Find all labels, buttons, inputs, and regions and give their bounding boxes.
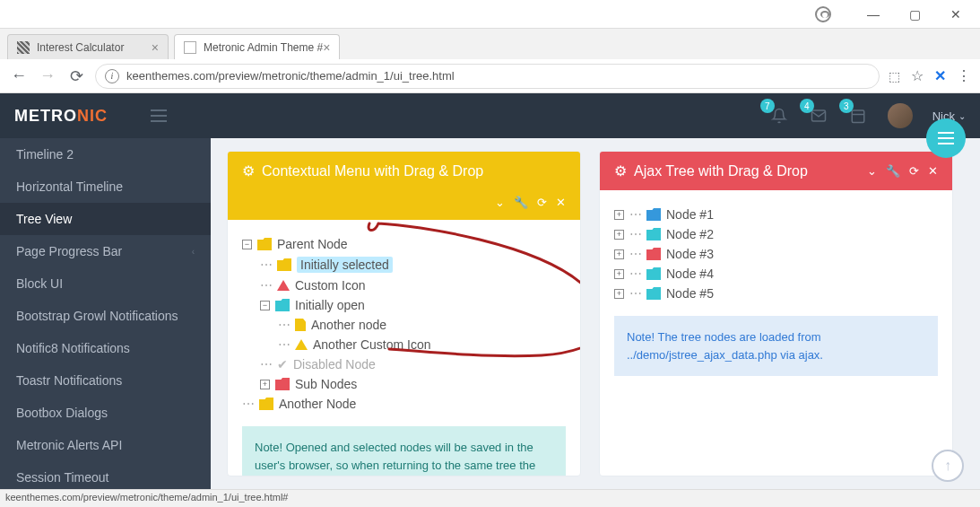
check-icon: ✔ — [277, 357, 288, 372]
folder-icon — [646, 248, 661, 260]
tree-node[interactable]: ⋯Initially selected — [260, 254, 566, 275]
sidebar-item-blockui[interactable]: Block UI — [0, 267, 211, 300]
logo[interactable]: METRONIC — [14, 107, 108, 126]
expand-toggle[interactable]: + — [614, 249, 624, 259]
scroll-top-button[interactable]: ↑ — [932, 450, 964, 482]
sidebar-item-timeline2[interactable]: Timeline 2 — [0, 138, 211, 170]
tree-node[interactable]: ⋯Another node — [278, 315, 566, 335]
sidebar-item-progress[interactable]: Page Progress Bar‹ — [0, 235, 211, 267]
expand-toggle[interactable]: + — [614, 269, 624, 279]
browser-statusbar: keenthemes.com/preview/metronic/theme/ad… — [0, 489, 980, 507]
collapse-toggle[interactable]: − — [242, 240, 252, 249]
portlet-title: Ajax Tree with Drag & Drop — [634, 163, 808, 179]
app-header: METRONIC 7 4 3 Nick ⌄ — [0, 93, 980, 138]
nav-reload[interactable]: ⟳ — [66, 66, 86, 86]
browser-addrbar: ← → ⟳ i keenthemes.com/preview/metronic/… — [0, 59, 980, 93]
tree-node[interactable]: +⋯Node #3 — [614, 244, 938, 264]
tree-node[interactable]: ⋯Another Custom Icon — [278, 335, 566, 354]
tab-title: Interest Calculator — [37, 41, 124, 54]
nav-forward: → — [38, 66, 57, 86]
translate-icon[interactable]: ⬚ — [889, 69, 900, 83]
svg-rect-1 — [852, 110, 864, 123]
site-info-icon[interactable]: i — [105, 69, 119, 83]
config-icon[interactable]: 🔧 — [514, 196, 528, 209]
notifications-icon[interactable]: 7 — [769, 106, 789, 126]
window-close[interactable]: ✕ — [935, 2, 976, 27]
tree-node[interactable]: +Sub Nodes — [260, 374, 566, 394]
sidebar-item-toastr[interactable]: Toastr Notifications — [0, 364, 211, 397]
chevron-left-icon: ‹ — [192, 247, 195, 257]
sidebar-item-growl[interactable]: Bootstrap Growl Notifications — [0, 300, 211, 332]
browser-tab-interest[interactable]: Interest Calculator × — [7, 34, 169, 59]
tree-node[interactable]: +⋯Node #2 — [614, 224, 938, 244]
chrome-profile-icon[interactable] — [815, 6, 831, 22]
url-field[interactable]: i keenthemes.com/preview/metronic/theme/… — [95, 64, 880, 89]
collapse-icon[interactable]: ⌄ — [867, 164, 877, 178]
portlet-ajax: ⚙ Ajax Tree with Drag & Drop ⌄ 🔧 ⟳ ✕ +⋯N… — [599, 151, 953, 476]
sidebar-item-alerts[interactable]: Metronic Alerts API — [0, 429, 211, 461]
sidebar-item-treeview[interactable]: Tree View — [0, 203, 211, 235]
fab-menu[interactable] — [926, 118, 966, 158]
tree-node[interactable]: +⋯Node #5 — [614, 284, 938, 303]
folder-icon — [277, 258, 291, 271]
tree-contextual: −Parent Node ⋯Initially selected ⋯Custom… — [242, 234, 566, 414]
menu-icon[interactable]: ⋮ — [957, 67, 971, 84]
gear-icon: ⚙ — [614, 162, 627, 179]
bookmark-icon[interactable]: ☆ — [911, 67, 924, 84]
tab-close-icon[interactable]: × — [152, 40, 159, 55]
expand-toggle[interactable]: + — [260, 380, 270, 389]
tree-node[interactable]: ⋯Custom Icon — [260, 275, 566, 295]
tree-ajax: +⋯Node #1 +⋯Node #2 +⋯Node #3 +⋯Node #4 … — [614, 205, 938, 303]
sidebar: Timeline 2 Horizontal Timeline Tree View… — [0, 138, 211, 489]
tab-title: Metronic Admin Theme # — [204, 41, 323, 54]
tab-close-icon[interactable]: × — [323, 40, 330, 55]
portlet-contextual: ⚙ Contextual Menu with Drag & Drop ⌄ 🔧 ⟳… — [227, 151, 581, 476]
collapse-toggle[interactable]: − — [260, 301, 270, 310]
tree-node[interactable]: +⋯Node #1 — [614, 205, 938, 224]
folder-icon — [259, 398, 273, 410]
tree-node[interactable]: −Initially open — [260, 295, 566, 315]
expand-toggle[interactable]: + — [614, 210, 624, 220]
remove-icon[interactable]: ✕ — [556, 196, 566, 209]
sidebar-item-session[interactable]: Session Timeout — [0, 461, 211, 489]
expand-toggle[interactable]: + — [614, 289, 624, 299]
main-content: ⚙ Contextual Menu with Drag & Drop ⌄ 🔧 ⟳… — [211, 138, 980, 489]
expand-toggle[interactable]: + — [614, 230, 624, 240]
warning-icon — [295, 339, 308, 350]
tree-node[interactable]: ⋯Another Node — [242, 394, 566, 414]
messages-icon[interactable]: 4 — [809, 106, 828, 126]
folder-icon — [275, 378, 290, 390]
browser-tab-metronic[interactable]: Metronic Admin Theme # × — [174, 34, 340, 59]
tree-node[interactable]: +⋯Node #4 — [614, 264, 938, 284]
window-minimize[interactable]: — — [853, 2, 894, 27]
folder-icon — [646, 228, 661, 240]
sidebar-item-htimeline[interactable]: Horizontal Timeline — [0, 170, 211, 203]
reload-icon[interactable]: ⟳ — [909, 164, 919, 178]
sidebar-item-notific8[interactable]: Notific8 Notifications — [0, 332, 211, 364]
collapse-icon[interactable]: ⌄ — [495, 196, 505, 209]
window-maximize[interactable]: ▢ — [894, 2, 935, 27]
config-icon[interactable]: 🔧 — [886, 164, 900, 178]
browser-tabbar: Interest Calculator × Metronic Admin The… — [0, 29, 980, 59]
portlet-tools: ⌄ 🔧 ⟳ ✕ — [242, 196, 566, 209]
folder-icon — [257, 238, 272, 250]
favicon — [17, 41, 30, 54]
note-box: Note! Opened and selected nodes will be … — [242, 426, 566, 476]
avatar[interactable] — [888, 103, 913, 128]
file-icon — [295, 319, 306, 331]
tree-node[interactable]: −Parent Node — [242, 234, 566, 254]
nav-back[interactable]: ← — [9, 66, 29, 86]
url-text: keenthemes.com/preview/metronic/theme/ad… — [126, 69, 455, 83]
chevron-down-icon: ⌄ — [958, 111, 966, 121]
sidebar-toggle-icon[interactable] — [151, 109, 167, 122]
portlet-header: ⚙ Contextual Menu with Drag & Drop ⌄ 🔧 ⟳… — [228, 152, 580, 220]
portlet-title: Contextual Menu with Drag & Drop — [262, 163, 483, 179]
gear-icon: ⚙ — [242, 162, 255, 179]
calendar-icon[interactable]: 3 — [848, 106, 868, 126]
reload-icon[interactable]: ⟳ — [537, 196, 547, 209]
sidebar-item-bootbox[interactable]: Bootbox Dialogs — [0, 397, 211, 429]
remove-icon[interactable]: ✕ — [928, 164, 938, 178]
warning-icon — [277, 280, 290, 291]
extension-icon[interactable]: ✕ — [934, 67, 946, 84]
folder-icon — [646, 267, 661, 280]
